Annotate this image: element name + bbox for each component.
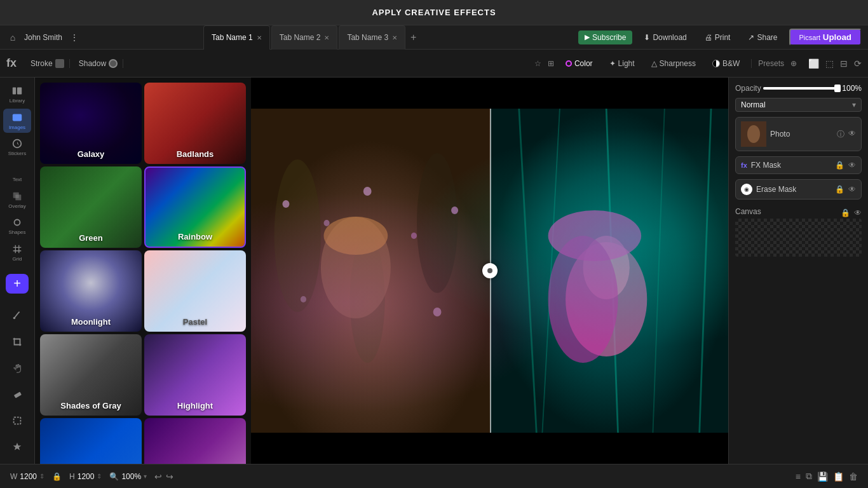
zoom-area[interactable]: 🔍 100% ▾ <box>109 472 147 481</box>
sidebar-item-brush[interactable] <box>3 303 31 327</box>
opacity-slider[interactable] <box>763 87 839 90</box>
canvas-background <box>735 219 862 257</box>
opacity-row: Opacity 100% <box>735 84 862 93</box>
effect-starry[interactable] <box>40 418 142 464</box>
lock-dimensions-icon[interactable]: 🔒 <box>52 472 62 481</box>
blend-mode-select[interactable]: Normal ▾ <box>735 98 862 112</box>
settings-icon[interactable]: ⟳ <box>854 58 862 69</box>
redo-button[interactable]: ↪ <box>166 471 173 482</box>
effect-pastel[interactable]: Pastel <box>144 250 246 332</box>
columns-icon[interactable]: ⊟ <box>840 58 848 69</box>
erase-lock-icon[interactable]: 🔒 <box>835 185 844 194</box>
resize-icon[interactable]: ⬜ <box>808 58 819 69</box>
opacity-thumb[interactable] <box>834 85 841 92</box>
add-tab-button[interactable]: + <box>407 32 420 43</box>
split-handle[interactable] <box>482 263 498 278</box>
upload-button[interactable]: Picsart Picsart UploadUpload <box>789 29 862 46</box>
canvas-icons: 🔒 👁 <box>841 208 862 217</box>
photo-layer-label: Photo <box>770 130 790 139</box>
add-element-button[interactable]: + <box>6 274 29 294</box>
effect-green[interactable]: Green <box>40 166 142 248</box>
page-title: APPLY CREATIVE EFFECTS <box>372 8 496 17</box>
tab-3-close[interactable]: ✕ <box>392 34 397 41</box>
crop-toolbar-icon[interactable]: ⬚ <box>825 58 834 69</box>
toolbar: fx Stroke Shadow ☆ ⊞ Color ✦ Light △ Sha… <box>0 50 868 78</box>
fx-mask-lock-icon[interactable]: 🔒 <box>835 161 844 170</box>
effect-moonlight-label: Moonlight <box>71 317 111 327</box>
height-stepper-icon[interactable]: ⇕ <box>97 473 102 480</box>
width-value: 1200 <box>20 472 37 481</box>
effect-badlands[interactable]: Badlands <box>144 83 246 164</box>
print-button[interactable]: 🖨 Print <box>698 30 737 44</box>
info-icon[interactable]: ⓘ <box>837 129 844 140</box>
sharpness-filter[interactable]: △ Sharpness <box>646 57 701 70</box>
share-button[interactable]: ↗ Share <box>742 30 783 44</box>
effect-highlight-label: Highlight <box>177 401 213 410</box>
stroke-icon <box>55 59 64 68</box>
sidebar-item-text[interactable]: Text <box>3 161 31 185</box>
sidebar-item-hand[interactable] <box>3 356 31 379</box>
effect-green-label: Green <box>79 233 103 243</box>
sidebar-item-shapes[interactable]: Shapes <box>3 214 31 238</box>
canvas-lock-icon[interactable]: 🔒 <box>841 208 850 217</box>
tab-2-close[interactable]: ✕ <box>324 34 329 41</box>
delete-icon[interactable]: 🗑 <box>849 471 858 482</box>
download-button[interactable]: ⬇ Download <box>637 30 693 44</box>
home-icon[interactable]: ⌂ <box>6 31 19 44</box>
zoom-dropdown-icon[interactable]: ▾ <box>144 473 147 480</box>
erase-mask-icons: 🔒 👁 <box>835 185 856 194</box>
effect-shadesgray-label: Shades of Gray <box>60 401 121 410</box>
opacity-fill <box>763 87 839 90</box>
duplicate-icon[interactable]: ⧉ <box>806 471 812 482</box>
shadow-tool[interactable]: Shadow <box>79 59 118 68</box>
sidebar-item-grid[interactable]: Grid <box>3 241 31 264</box>
undo-button[interactable]: ↩ <box>154 471 162 482</box>
color-filter[interactable]: Color <box>560 57 598 70</box>
presets-icon[interactable]: ⊕ <box>790 59 797 68</box>
tab-1[interactable]: Tab Name 1 ✕ <box>203 25 270 50</box>
color-filter-icon <box>566 60 572 67</box>
erase-mask-label: Erase Mask <box>756 185 796 194</box>
svg-rect-1 <box>17 88 22 95</box>
effect-rainbow-label: Rainbow <box>178 232 212 241</box>
eye-icon[interactable]: 👁 <box>848 129 856 140</box>
toolbar-filters: ☆ ⊞ Color ✦ Light △ Sharpness B&W Preset… <box>534 57 862 70</box>
width-stepper-icon[interactable]: ⇕ <box>39 473 44 480</box>
sidebar-item-eraser[interactable] <box>3 383 31 406</box>
subscribe-button[interactable]: ▶ Subscribe <box>578 30 632 44</box>
sidebar-item-crop[interactable] <box>3 330 31 353</box>
canvas-eye-icon[interactable]: 👁 <box>854 208 862 217</box>
sidebar-item-images[interactable]: Images <box>3 109 31 132</box>
stroke-tool[interactable]: Stroke <box>31 59 64 68</box>
effect-highlight[interactable]: Highlight <box>144 334 246 416</box>
sidebar-item-stickers[interactable]: Stickers <box>3 135 31 159</box>
effect-purple[interactable] <box>144 418 246 464</box>
align-icon[interactable]: ≡ <box>796 471 801 482</box>
sidebar-item-overlay[interactable]: Overlay <box>3 188 31 212</box>
more-button[interactable]: ⋮ <box>70 32 79 43</box>
sidebar-item-select[interactable] <box>3 409 31 432</box>
save-icon[interactable]: 💾 <box>817 471 828 482</box>
fx-mask-eye-icon[interactable]: 👁 <box>848 161 856 170</box>
fx-mask-layer[interactable]: fx FX Mask 🔒 👁 <box>735 156 862 174</box>
tab-2[interactable]: Tab Name 2 ✕ <box>271 25 338 50</box>
effect-rainbow[interactable]: Rainbow <box>144 166 246 248</box>
copy-icon[interactable]: 📋 <box>833 471 844 482</box>
erase-eye-icon[interactable]: 👁 <box>848 185 856 194</box>
tab-1-close[interactable]: ✕ <box>257 34 262 41</box>
effect-galaxy[interactable]: Galaxy <box>40 83 142 164</box>
erase-mask-layer[interactable]: ◉ Erase Mask 🔒 👁 <box>735 179 862 200</box>
light-filter[interactable]: ✦ Light <box>604 57 640 70</box>
effect-moonlight[interactable]: Moonlight <box>40 250 142 332</box>
sidebar-item-star[interactable] <box>3 435 31 459</box>
shadow-icon <box>109 59 118 68</box>
blend-mode-label: Normal <box>741 100 766 109</box>
header-left: ⌂ John Smith ⋮ <box>0 31 203 44</box>
grid-filter-icon[interactable]: ⊞ <box>548 59 554 68</box>
star-filter-icon[interactable]: ☆ <box>534 59 541 68</box>
tab-3[interactable]: Tab Name 3 ✕ <box>339 25 405 50</box>
photo-layer[interactable]: Photo ⓘ 👁 <box>735 117 862 151</box>
bw-filter[interactable]: B&W <box>707 57 745 70</box>
effect-shadesgray[interactable]: Shades of Gray <box>40 334 142 416</box>
sidebar-item-library[interactable]: Library <box>3 83 31 106</box>
